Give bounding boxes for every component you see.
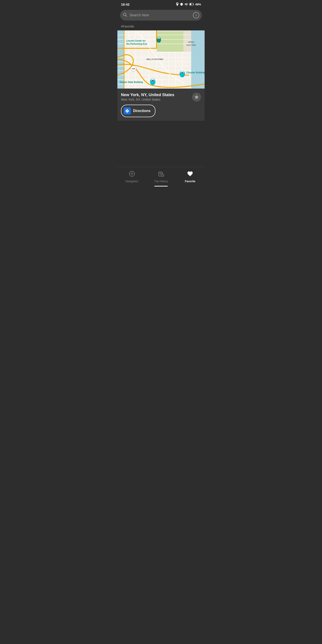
svg-rect-5	[190, 4, 191, 5]
info-button[interactable]: i	[193, 12, 199, 18]
directions-button[interactable]: Directions	[121, 105, 156, 117]
bottom-nav: Navigation Trip History Favorite	[118, 167, 204, 189]
svg-rect-12	[156, 32, 183, 52]
favorite-star-button[interactable]	[192, 92, 201, 102]
svg-text:495: 495	[132, 68, 135, 70]
location-info: New York, NY, United States New York, NY…	[121, 92, 174, 101]
content-area	[118, 121, 204, 167]
favorite-tag: #Favorite	[118, 23, 204, 30]
location-header: New York, NY, United States New York, NY…	[121, 92, 201, 102]
svg-text:Chrysler Building: Chrysler Building	[186, 71, 204, 74]
location-subtitle: New York, NY, United States	[121, 98, 174, 101]
svg-rect-4	[193, 4, 194, 5]
battery-percent: 48%	[195, 3, 201, 6]
location-panel: New York, NY, United States New York, NY…	[118, 88, 204, 121]
svg-point-6	[124, 13, 126, 16]
search-placeholder[interactable]: Search here	[130, 13, 191, 17]
svg-text:EAST SIDE: EAST SIDE	[186, 44, 196, 46]
svg-text:HELL'S KITCHEN: HELL'S KITCHEN	[146, 58, 163, 60]
nav-item-favorite[interactable]: Favorite	[176, 169, 204, 184]
directions-icon	[124, 107, 131, 114]
location-title: New York, NY, United States	[121, 92, 174, 97]
svg-text:Lincoln Center for: Lincoln Center for	[126, 40, 146, 42]
svg-line-7	[126, 16, 127, 16]
search-icon	[123, 12, 127, 18]
navigation-icon	[129, 170, 135, 178]
favorite-icon	[187, 170, 193, 178]
map-area[interactable]: 495 Lincoln Center for the Performing Ar…	[118, 30, 204, 88]
svg-text:📷: 📷	[152, 79, 154, 82]
svg-text:UPPER: UPPER	[188, 41, 194, 43]
svg-text:📷: 📷	[181, 71, 183, 74]
battery-icon	[190, 3, 194, 6]
svg-rect-0	[181, 3, 182, 6]
svg-text:📷: 📷	[158, 38, 160, 40]
directions-label: Directions	[133, 109, 150, 113]
svg-rect-8	[191, 30, 204, 75]
trip-history-icon	[158, 170, 164, 178]
nav-item-navigation[interactable]: Navigation	[118, 169, 146, 184]
status-time: 18:42	[121, 2, 130, 6]
svg-text:Empire State Building: Empire State Building	[120, 81, 143, 84]
svg-rect-1	[180, 3, 181, 5]
search-bar-container: Search here i	[118, 8, 204, 23]
search-bar[interactable]: Search here i	[120, 10, 202, 20]
status-bar: 18:42 48%	[118, 0, 204, 8]
nav-indicator-trip-history	[154, 186, 168, 186]
location-icon	[176, 2, 179, 6]
nav-item-trip-history[interactable]: Trip History	[146, 169, 176, 184]
nav-label-favorite: Favorite	[185, 180, 196, 183]
status-icons: 48%	[176, 2, 201, 6]
svg-rect-2	[182, 3, 183, 5]
nav-label-navigation: Navigation	[126, 180, 138, 183]
nav-label-trip-history: Trip History	[154, 180, 168, 183]
svg-text:the Performing Arts: the Performing Arts	[126, 43, 147, 45]
wifi-icon	[184, 3, 188, 6]
vibrate-icon	[180, 3, 183, 6]
